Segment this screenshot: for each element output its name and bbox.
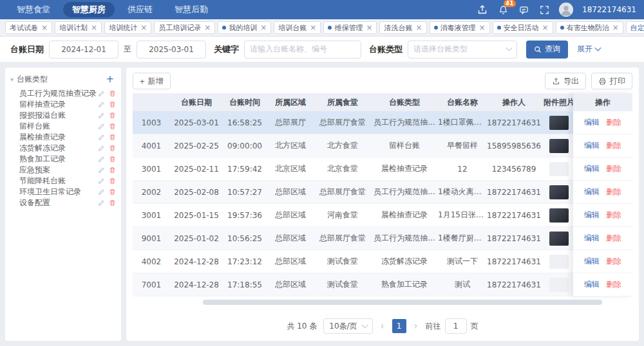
tab[interactable]: 考试试卷 × [5,21,52,34]
tree-item[interactable]: 员工行为规范抽查记录 [9,88,117,99]
delete-icon[interactable] [109,178,116,185]
export-button[interactable]: 导出 [545,73,586,89]
goto-page-input[interactable]: 1 [445,318,467,334]
table-row[interactable]: 2002 2025-02-08 10:57:27 总部区域 总部展厅食堂 员工行… [133,181,573,204]
edit-link[interactable]: 编辑 [584,233,600,244]
edit-link[interactable]: 编辑 [584,279,600,290]
tree-item[interactable]: 节能降耗台账 [9,176,117,187]
tab-close-icon[interactable]: × [91,24,97,32]
edit-link[interactable]: 编辑 [584,140,600,151]
expand-toggle[interactable]: 展开 [577,44,600,55]
table-row[interactable]: 4001 2025-02-25 09:00:00 北方区域 北方食堂 留样台账 … [133,134,573,158]
table-row[interactable]: 1003 2025-03-01 16:58:25 总部展厅 总部展厅食堂 员工行… [133,111,573,134]
delete-link[interactable]: 删除 [606,210,621,221]
attachment-thumbnail[interactable] [549,116,569,130]
tab[interactable]: 员工培训记录 × [154,21,215,34]
edit-icon[interactable] [98,167,105,174]
search-button[interactable]: 查询 [526,41,568,59]
bell-icon[interactable]: 41 [497,4,509,15]
next-page-button[interactable]: › [413,322,419,331]
table-row[interactable]: 3001 2025-01-15 19:57:36 总部区域 河南食堂 晨检抽查记… [133,204,573,227]
tab-close-icon[interactable]: × [612,24,619,32]
attachment-thumbnail[interactable] [549,278,569,292]
delete-link[interactable]: 删除 [606,256,621,267]
fullscreen-icon[interactable] [538,4,550,15]
edit-link[interactable]: 编辑 [584,117,600,128]
delete-icon[interactable] [109,188,116,196]
page-size-select[interactable]: 10条/页 [323,318,372,334]
scrollbar-thumb[interactable] [203,300,603,305]
tree-root[interactable]: ▾ 台账类型 + [9,73,117,88]
edit-icon[interactable] [98,156,105,163]
tab[interactable]: 有害生物防治 × [556,21,623,34]
tab[interactable]: 培训统计 × [104,21,151,34]
current-page-button[interactable]: 1 [392,319,406,333]
delete-icon[interactable] [109,156,116,163]
tab[interactable]: 安全日活动 × [493,21,553,34]
date-start-input[interactable]: 2024-12-01 [49,41,118,59]
topnav-item[interactable]: 智慧厨房 [63,2,115,17]
topnav-item[interactable]: 智慧后勤 [166,2,217,17]
tab-close-icon[interactable]: × [479,24,486,32]
delete-link[interactable]: 删除 [606,163,621,174]
tree-item[interactable]: 晨检抽查记录 [9,132,117,143]
tree-item[interactable]: 报损报溢台账 [9,110,117,121]
edit-link[interactable]: 编辑 [584,163,600,174]
delete-icon[interactable] [109,134,116,141]
horizontal-scrollbar[interactable] [133,300,632,305]
table-row[interactable]: 9001 2025-01-02 10:56:25 总部区域 总部展厅食堂 员工行… [133,227,573,250]
edit-icon[interactable] [98,123,105,130]
delete-icon[interactable] [109,112,116,119]
edit-icon[interactable] [98,178,105,185]
edit-link[interactable]: 编辑 [584,256,600,267]
caret-down-icon[interactable]: ▾ [10,77,14,83]
share-icon[interactable] [477,4,488,15]
attachment-thumbnail[interactable] [549,208,569,223]
edit-icon[interactable] [98,90,105,97]
topnav-item[interactable]: 供应链 [118,2,162,17]
edit-link[interactable]: 编辑 [584,210,600,221]
delete-link[interactable]: 删除 [606,233,621,244]
tab-close-icon[interactable]: × [204,24,211,32]
attachment-thumbnail[interactable] [549,185,569,199]
tab[interactable]: 清洗台账 × [379,21,426,34]
edit-icon[interactable] [98,145,105,152]
tab-close-icon[interactable]: × [260,24,267,32]
tab[interactable]: 维保管理 × [323,21,377,34]
attachment-thumbnail[interactable] [549,232,569,246]
tree-item[interactable]: 应急预案 [9,165,117,176]
tab-close-icon[interactable]: × [542,24,549,32]
tab-close-icon[interactable]: × [310,24,316,32]
edit-icon[interactable] [98,199,105,206]
tree-item[interactable]: 设备配置 [9,197,117,208]
tab[interactable]: 培训台账 × [274,21,321,34]
tab-close-icon[interactable]: × [415,24,422,32]
avatar[interactable] [559,3,573,17]
tree-item[interactable]: 留样台账 [9,121,117,132]
table-row[interactable]: 3001 2025-02-11 17:59:42 北京区域 北京食堂 晨检抽查记… [133,158,573,181]
table-row[interactable]: 4002 2024-12-28 17:23:12 总部区域 测试食堂 冻货解冻记… [133,250,573,273]
delete-icon[interactable] [109,101,116,108]
tree-item[interactable]: 熟食加工记录 [9,154,117,165]
tab[interactable]: 我的培训 × [218,21,271,34]
delete-link[interactable]: 删除 [606,279,621,290]
tree-item[interactable]: 冻货解冻记录 [9,143,117,154]
table-row[interactable]: 7001 2024-12-28 17:18:55 总部区域 测试食堂 熟食加工记… [133,273,573,296]
edit-icon[interactable] [98,101,105,108]
date-end-input[interactable]: 2025-03-01 [137,41,206,59]
delete-link[interactable]: 删除 [606,117,621,128]
attachment-thumbnail[interactable] [549,255,569,269]
delete-link[interactable]: 删除 [606,187,621,197]
edit-icon[interactable] [98,188,105,196]
add-type-button[interactable]: + [104,75,116,84]
tab[interactable]: 培训计划 × [55,21,102,34]
delete-icon[interactable] [109,145,116,152]
edit-icon[interactable] [98,112,105,119]
print-button[interactable]: 打印 [591,73,632,89]
tree-item[interactable]: 留样抽查记录 [9,99,117,110]
delete-icon[interactable] [109,199,116,206]
add-button[interactable]: + 新增 [133,73,171,89]
delete-icon[interactable] [109,123,116,130]
tab[interactable]: 消毒液管理 × [430,21,490,34]
keyword-input[interactable]: 请输入台账名称、编号 [244,41,361,59]
